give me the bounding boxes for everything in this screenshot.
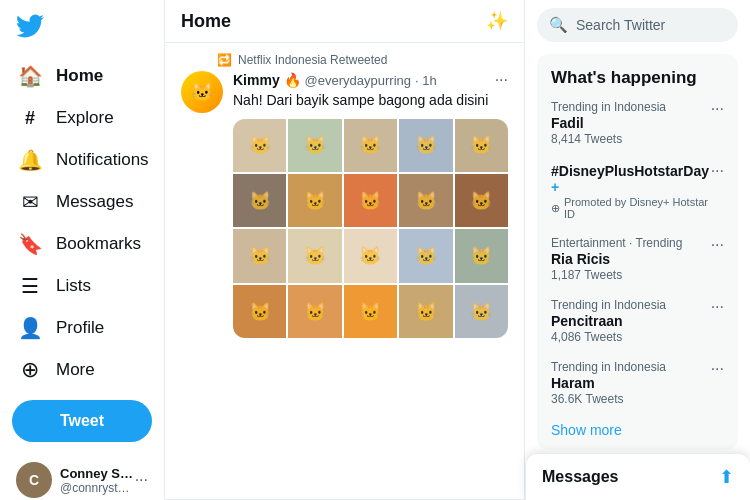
messages-bar-label: Messages bbox=[542, 468, 619, 486]
feed-header: Home ✨ bbox=[165, 0, 524, 43]
search-icon: 🔍 bbox=[549, 16, 568, 34]
retweet-label: 🔁 Netflix Indonesia Retweeted bbox=[217, 53, 508, 67]
feed-title: Home bbox=[181, 11, 231, 32]
notifications-icon: 🔔 bbox=[18, 148, 42, 172]
sidebar-item-lists[interactable]: ☰ Lists bbox=[12, 266, 152, 306]
trend-more-icon-5[interactable]: ··· bbox=[711, 360, 724, 378]
promoted-badge: ⊕ Promoted by Disney+ Hotstar ID bbox=[551, 196, 711, 220]
sidebar-item-explore-label: Explore bbox=[56, 108, 114, 128]
cat-image-7 bbox=[288, 174, 341, 227]
sidebar-item-explore[interactable]: # Explore bbox=[12, 98, 152, 138]
messages-expand-icon[interactable]: ⬆ bbox=[719, 466, 734, 488]
sidebar: 🏠 Home # Explore 🔔 Notifications ✉ Messa… bbox=[0, 0, 165, 500]
cat-image-6 bbox=[233, 174, 286, 227]
cat-image-14 bbox=[399, 229, 452, 282]
lists-icon: ☰ bbox=[18, 274, 42, 298]
user-handle: @connrystephanie bbox=[60, 481, 135, 495]
sidebar-item-bookmarks-label: Bookmarks bbox=[56, 234, 141, 254]
user-info: Conney Stepha... @connrystephanie bbox=[60, 466, 135, 495]
cat-image-16 bbox=[233, 285, 286, 338]
cat-image-18 bbox=[344, 285, 397, 338]
tweet: 🐱 Kimmy 🔥 @everydaypurring · 1h ··· Nah!… bbox=[181, 71, 508, 338]
right-panel: 🔍 What's happening Trending in Indonesia… bbox=[525, 0, 750, 500]
trend-count-3: 1,187 Tweets bbox=[551, 268, 682, 282]
tweet-body: Kimmy 🔥 @everydaypurring · 1h ··· Nah! D… bbox=[233, 71, 508, 338]
cat-image-20 bbox=[455, 285, 508, 338]
home-icon: 🏠 bbox=[18, 64, 42, 88]
cat-image-8 bbox=[344, 174, 397, 227]
sidebar-item-more[interactable]: ⊕ More bbox=[12, 350, 152, 390]
search-input[interactable] bbox=[576, 17, 726, 33]
user-more-icon: ··· bbox=[135, 471, 148, 489]
search-bar[interactable]: 🔍 bbox=[537, 8, 738, 42]
cat-image-17 bbox=[288, 285, 341, 338]
cat-image-9 bbox=[399, 174, 452, 227]
trend-name-3: Ria Ricis bbox=[551, 251, 682, 267]
tweet-user-handle: @everydaypurring bbox=[305, 73, 411, 88]
cat-image-2 bbox=[288, 119, 341, 172]
trend-item-2[interactable]: #DisneyPlusHotstarDay + ⊕ Promoted by Di… bbox=[537, 154, 738, 228]
user-name: Conney Stepha... bbox=[60, 466, 135, 481]
trend-label-4: Trending in Indonesia bbox=[551, 298, 666, 312]
sidebar-nav: 🏠 Home # Explore 🔔 Notifications ✉ Messa… bbox=[12, 56, 152, 392]
user-avatar: C bbox=[16, 462, 52, 498]
tweet-user-name: Kimmy 🔥 bbox=[233, 72, 301, 88]
cat-image-13 bbox=[344, 229, 397, 282]
explore-icon: # bbox=[18, 106, 42, 130]
sidebar-item-home[interactable]: 🏠 Home bbox=[12, 56, 152, 96]
sidebar-item-profile[interactable]: 👤 Profile bbox=[12, 308, 152, 348]
more-icon: ⊕ bbox=[18, 358, 42, 382]
sidebar-item-home-label: Home bbox=[56, 66, 103, 86]
retweet-icon: 🔁 bbox=[217, 53, 232, 67]
sparkle-icon[interactable]: ✨ bbox=[486, 10, 508, 32]
trend-name-1: Fadil bbox=[551, 115, 666, 131]
tweet-text: Nah! Dari bayik sampe bagong ada disini bbox=[233, 91, 508, 111]
twitter-bird-icon bbox=[16, 12, 44, 40]
trend-label-5: Trending in Indonesia bbox=[551, 360, 666, 374]
tweet-feed: 🔁 Netflix Indonesia Retweeted 🐱 Kimmy 🔥 … bbox=[165, 43, 524, 500]
sidebar-item-more-label: More bbox=[56, 360, 95, 380]
bookmarks-icon: 🔖 bbox=[18, 232, 42, 256]
trends-show-more[interactable]: Show more bbox=[537, 414, 738, 446]
sidebar-item-bookmarks[interactable]: 🔖 Bookmarks bbox=[12, 224, 152, 264]
trend-more-icon-2[interactable]: ··· bbox=[711, 162, 724, 180]
promoted-icon: ⊕ bbox=[551, 202, 560, 215]
tweet-button[interactable]: Tweet bbox=[12, 400, 152, 442]
trend-label-1: Trending in Indonesia bbox=[551, 100, 666, 114]
trend-item-1[interactable]: Trending in Indonesia Fadil 8,414 Tweets… bbox=[537, 92, 738, 154]
cat-image-3 bbox=[344, 119, 397, 172]
tweet-avatar: 🐱 bbox=[181, 71, 223, 113]
tweet-user-row: Kimmy 🔥 @everydaypurring · 1h ··· bbox=[233, 71, 508, 89]
tweet-time: · 1h bbox=[415, 73, 437, 88]
main-feed: Home ✨ 🔁 Netflix Indonesia Retweeted 🐱 K… bbox=[165, 0, 525, 500]
trend-item-4[interactable]: Trending in Indonesia Pencitraan 4,086 T… bbox=[537, 290, 738, 352]
promoted-text: Promoted by Disney+ Hotstar ID bbox=[564, 196, 711, 220]
trend-more-icon-4[interactable]: ··· bbox=[711, 298, 724, 316]
messages-icon: ✉ bbox=[18, 190, 42, 214]
cat-image-15 bbox=[455, 229, 508, 282]
trend-count-4: 4,086 Tweets bbox=[551, 330, 666, 344]
cat-image-5 bbox=[455, 119, 508, 172]
trend-name-2: #DisneyPlusHotstarDay + bbox=[551, 163, 711, 195]
cat-image-10 bbox=[455, 174, 508, 227]
sidebar-item-notifications[interactable]: 🔔 Notifications bbox=[12, 140, 152, 180]
sidebar-item-profile-label: Profile bbox=[56, 318, 104, 338]
twitter-logo[interactable] bbox=[12, 8, 152, 48]
trend-name-4: Pencitraan bbox=[551, 313, 666, 329]
tweet-user-info: Kimmy 🔥 @everydaypurring · 1h bbox=[233, 72, 437, 88]
trend-more-icon-1[interactable]: ··· bbox=[711, 100, 724, 118]
trend-item-3[interactable]: Entertainment · Trending Ria Ricis 1,187… bbox=[537, 228, 738, 290]
trend-item-5[interactable]: Trending in Indonesia Haram 36.6K Tweets… bbox=[537, 352, 738, 414]
cat-image-grid bbox=[233, 119, 508, 339]
messages-bar[interactable]: Messages ⬆ bbox=[525, 453, 750, 500]
trend-more-icon-3[interactable]: ··· bbox=[711, 236, 724, 254]
cat-image-4 bbox=[399, 119, 452, 172]
cat-image-19 bbox=[399, 285, 452, 338]
user-profile-footer[interactable]: C Conney Stepha... @connrystephanie ··· bbox=[12, 454, 152, 500]
sidebar-item-messages[interactable]: ✉ Messages bbox=[12, 182, 152, 222]
sidebar-item-lists-label: Lists bbox=[56, 276, 91, 296]
trend-count-1: 8,414 Tweets bbox=[551, 132, 666, 146]
trend-name-5: Haram bbox=[551, 375, 666, 391]
profile-icon: 👤 bbox=[18, 316, 42, 340]
tweet-more-button[interactable]: ··· bbox=[495, 71, 508, 89]
